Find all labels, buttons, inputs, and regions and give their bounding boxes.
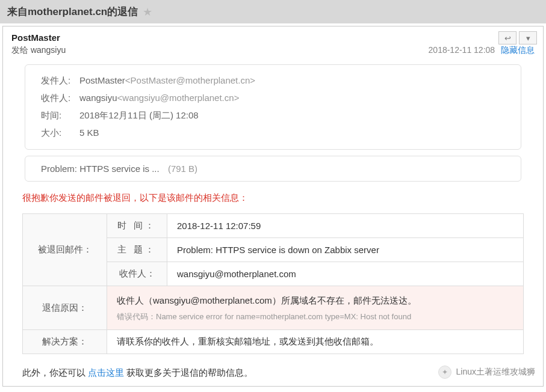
- from-line: PostMaster: [11, 32, 535, 43]
- wechat-icon: ✦: [438, 366, 451, 379]
- sender-email: <PostMaster@motherplanet.cn>: [125, 75, 255, 87]
- footnote-suffix: 获取更多关于退信的帮助信息。: [124, 367, 253, 378]
- reason-text: 收件人（wansgiyu@motherplanet.com）所属域名不存在，邮件…: [117, 295, 417, 305]
- time-value: 2018年12月11日 (周二) 12:08: [79, 110, 199, 121]
- footnote-prefix: 此外，你还可以: [22, 367, 88, 378]
- details-box: 发件人: PostMaster <PostMaster@motherplanet…: [25, 64, 521, 150]
- click-here-link[interactable]: 点击这里: [88, 367, 124, 378]
- recipient-label: 收件人:: [41, 93, 77, 104]
- recipient-name: wangsiyu: [79, 93, 117, 104]
- mail-header-pane: ↩ ▾ PostMaster 发给 wangsiyu 2018-12-11 12…: [2, 26, 544, 387]
- table-row: 解决方案： 请联系你的收件人，重新核实邮箱地址，或发送到其他收信邮箱。: [23, 330, 524, 354]
- timestamp: 2018-12-11 12:08: [429, 45, 495, 55]
- bt-subject-label: 主 题：: [107, 238, 167, 262]
- solution-label: 解决方案：: [23, 330, 107, 354]
- to-name: wangsiyu: [31, 45, 66, 55]
- reason-cell: 收件人（wansgiyu@motherplanet.com）所属域名不存在，邮件…: [107, 286, 524, 330]
- mail-subject: 来自motherplanet.cn的退信: [7, 5, 138, 19]
- table-row: 退信原因： 收件人（wansgiyu@motherplanet.com）所属域名…: [23, 286, 524, 330]
- size-label: 大小:: [41, 127, 77, 139]
- detail-size: 大小: 5 KB: [41, 124, 510, 142]
- returned-mail-label: 被退回邮件：: [23, 214, 107, 286]
- recipient-email: <wangsiyu@motherplanet.cn>: [117, 93, 240, 104]
- attachment-name: Problem: HTTPS service is ...: [41, 164, 160, 174]
- table-row: 被退回邮件： 时 间： 2018-12-11 12:07:59: [23, 214, 524, 238]
- error-code: 错误代码：Name service error for name=motherp…: [117, 310, 513, 323]
- bt-subject-value: Problem: HTTPS service is down on Zabbix…: [167, 238, 524, 262]
- attachment-box[interactable]: Problem: HTTPS service is ... (791 B): [25, 156, 521, 182]
- bt-time-value: 2018-12-11 12:07:59: [167, 214, 524, 238]
- to-prefix: 发给: [11, 45, 31, 55]
- sender-name: PostMaster: [79, 75, 125, 87]
- hide-details-link[interactable]: 隐藏信息: [501, 45, 535, 55]
- header-actions: ↩ ▾: [498, 31, 537, 44]
- reason-label: 退信原因：: [23, 286, 107, 330]
- time-label: 时间:: [41, 110, 77, 121]
- solution-text: 请联系你的收件人，重新核实邮箱地址，或发送到其他收信邮箱。: [107, 330, 524, 354]
- subject-bar: 来自motherplanet.cn的退信 ★: [0, 0, 546, 23]
- detail-recipient: 收件人: wangsiyu <wangsiyu@motherplanet.cn>: [41, 90, 510, 107]
- detail-sender: 发件人: PostMaster <PostMaster@motherplanet…: [41, 72, 510, 90]
- detail-time: 时间: 2018年12月11日 (周二) 12:08: [41, 107, 510, 124]
- sender-label: 发件人:: [41, 75, 77, 87]
- meta-line: 2018-12-11 12:08 隐藏信息: [11, 45, 535, 56]
- bounce-header-message: 很抱歉你发送的邮件被退回，以下是该邮件的相关信息：: [22, 192, 524, 204]
- bt-recipient-value: wansgiyu@motherplanet.com: [167, 262, 524, 286]
- watermark-text: Linux土著运维攻城狮: [456, 367, 535, 378]
- attachment-size: (791 B): [168, 164, 197, 174]
- bt-time-label: 时 间：: [107, 214, 167, 238]
- bt-recipient-label: 收件人：: [107, 262, 167, 286]
- star-icon[interactable]: ★: [143, 5, 152, 19]
- from-name: PostMaster: [11, 32, 60, 43]
- size-value: 5 KB: [79, 127, 99, 139]
- bounce-table: 被退回邮件： 时 间： 2018-12-11 12:07:59 主 题： Pro…: [22, 213, 524, 354]
- watermark: ✦ Linux土著运维攻城狮: [438, 366, 535, 379]
- more-actions-button[interactable]: ▾: [519, 31, 537, 44]
- reply-button[interactable]: ↩: [498, 31, 517, 44]
